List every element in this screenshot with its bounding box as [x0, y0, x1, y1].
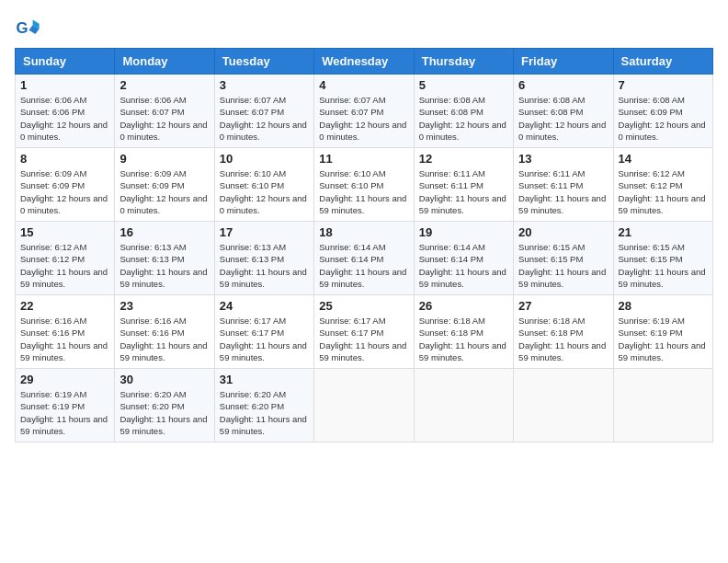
page-header: G: [15, 15, 713, 40]
calendar-cell: 24Sunrise: 6:17 AMSunset: 6:17 PMDayligh…: [214, 295, 313, 369]
day-info: Sunrise: 6:09 AMSunset: 6:09 PMDaylight:…: [119, 167, 209, 216]
calendar-cell: 5Sunrise: 6:08 AMSunset: 6:08 PMDaylight…: [414, 75, 513, 148]
day-info: Sunrise: 6:09 AMSunset: 6:09 PMDaylight:…: [20, 167, 109, 216]
day-number: 11: [319, 152, 408, 166]
calendar-cell: 18Sunrise: 6:14 AMSunset: 6:14 PMDayligh…: [314, 222, 414, 295]
header-wednesday: Wednesday: [314, 49, 414, 75]
calendar-cell: 12Sunrise: 6:11 AMSunset: 6:11 PMDayligh…: [414, 148, 513, 222]
day-number: 26: [419, 299, 508, 313]
calendar-cell: 11Sunrise: 6:10 AMSunset: 6:10 PMDayligh…: [314, 148, 414, 222]
calendar-cell: 13Sunrise: 6:11 AMSunset: 6:11 PMDayligh…: [514, 148, 613, 222]
calendar-cell: 30Sunrise: 6:20 AMSunset: 6:20 PMDayligh…: [115, 369, 214, 442]
day-info: Sunrise: 6:13 AMSunset: 6:13 PMDaylight:…: [119, 241, 209, 290]
day-info: Sunrise: 6:06 AMSunset: 6:07 PMDaylight:…: [119, 94, 209, 143]
day-number: 10: [220, 152, 309, 166]
day-info: Sunrise: 6:08 AMSunset: 6:09 PMDaylight:…: [619, 94, 708, 143]
day-number: 3: [220, 78, 309, 92]
calendar-cell: 3Sunrise: 6:07 AMSunset: 6:07 PMDaylight…: [214, 75, 313, 148]
day-info: Sunrise: 6:20 AMSunset: 6:20 PMDaylight:…: [119, 388, 209, 437]
day-info: Sunrise: 6:08 AMSunset: 6:08 PMDaylight:…: [518, 94, 608, 143]
header-sunday: Sunday: [16, 49, 115, 75]
day-number: 20: [518, 225, 608, 239]
day-number: 18: [319, 225, 408, 239]
calendar-cell: [414, 369, 513, 442]
day-info: Sunrise: 6:14 AMSunset: 6:14 PMDaylight:…: [319, 241, 408, 290]
calendar-cell: 15Sunrise: 6:12 AMSunset: 6:12 PMDayligh…: [16, 222, 115, 295]
day-info: Sunrise: 6:06 AMSunset: 6:06 PMDaylight:…: [20, 94, 109, 143]
day-number: 13: [518, 152, 608, 166]
calendar-cell: 20Sunrise: 6:15 AMSunset: 6:15 PMDayligh…: [514, 222, 613, 295]
day-number: 2: [119, 78, 209, 92]
week-row-3: 22Sunrise: 6:16 AMSunset: 6:16 PMDayligh…: [16, 295, 713, 369]
calendar-cell: 22Sunrise: 6:16 AMSunset: 6:16 PMDayligh…: [16, 295, 115, 369]
day-number: 16: [119, 225, 209, 239]
day-info: Sunrise: 6:16 AMSunset: 6:16 PMDaylight:…: [119, 315, 209, 363]
day-number: 6: [518, 78, 608, 92]
day-number: 1: [20, 78, 109, 92]
day-info: Sunrise: 6:15 AMSunset: 6:15 PMDaylight:…: [518, 241, 608, 290]
calendar-cell: 28Sunrise: 6:19 AMSunset: 6:19 PMDayligh…: [613, 295, 712, 369]
header-friday: Friday: [514, 49, 613, 75]
day-info: Sunrise: 6:07 AMSunset: 6:07 PMDaylight:…: [220, 94, 309, 143]
calendar-header-row: SundayMondayTuesdayWednesdayThursdayFrid…: [16, 49, 713, 75]
calendar-cell: 2Sunrise: 6:06 AMSunset: 6:07 PMDaylight…: [115, 75, 214, 148]
day-info: Sunrise: 6:10 AMSunset: 6:10 PMDaylight:…: [319, 167, 408, 216]
calendar-cell: 6Sunrise: 6:08 AMSunset: 6:08 PMDaylight…: [514, 75, 613, 148]
day-number: 30: [119, 373, 209, 386]
week-row-4: 29Sunrise: 6:19 AMSunset: 6:19 PMDayligh…: [16, 369, 713, 442]
calendar-cell: 16Sunrise: 6:13 AMSunset: 6:13 PMDayligh…: [115, 222, 214, 295]
header-saturday: Saturday: [613, 49, 712, 75]
calendar-cell: 29Sunrise: 6:19 AMSunset: 6:19 PMDayligh…: [16, 369, 115, 442]
calendar-cell: 17Sunrise: 6:13 AMSunset: 6:13 PMDayligh…: [214, 222, 313, 295]
logo: G: [15, 15, 44, 40]
calendar-cell: 10Sunrise: 6:10 AMSunset: 6:10 PMDayligh…: [214, 148, 313, 222]
day-info: Sunrise: 6:18 AMSunset: 6:18 PMDaylight:…: [518, 315, 608, 363]
day-info: Sunrise: 6:07 AMSunset: 6:07 PMDaylight:…: [319, 94, 408, 143]
day-info: Sunrise: 6:10 AMSunset: 6:10 PMDaylight:…: [220, 167, 309, 216]
day-number: 5: [419, 78, 508, 92]
logo-icon: G: [15, 15, 40, 40]
day-number: 12: [419, 152, 508, 166]
day-number: 21: [619, 225, 708, 239]
day-number: 14: [619, 152, 708, 166]
day-info: Sunrise: 6:12 AMSunset: 6:12 PMDaylight:…: [20, 241, 109, 290]
day-info: Sunrise: 6:11 AMSunset: 6:11 PMDaylight:…: [518, 167, 608, 216]
calendar-cell: 31Sunrise: 6:20 AMSunset: 6:20 PMDayligh…: [214, 369, 313, 442]
calendar-cell: 1Sunrise: 6:06 AMSunset: 6:06 PMDaylight…: [16, 75, 115, 148]
week-row-0: 1Sunrise: 6:06 AMSunset: 6:06 PMDaylight…: [16, 75, 713, 148]
calendar-cell: 21Sunrise: 6:15 AMSunset: 6:15 PMDayligh…: [613, 222, 712, 295]
day-info: Sunrise: 6:17 AMSunset: 6:17 PMDaylight:…: [220, 315, 309, 363]
calendar-cell: 9Sunrise: 6:09 AMSunset: 6:09 PMDaylight…: [115, 148, 214, 222]
day-number: 17: [220, 225, 309, 239]
day-number: 31: [220, 373, 309, 386]
calendar-cell: [514, 369, 613, 442]
day-number: 24: [220, 299, 309, 313]
day-info: Sunrise: 6:20 AMSunset: 6:20 PMDaylight:…: [220, 388, 309, 437]
calendar-cell: 25Sunrise: 6:17 AMSunset: 6:17 PMDayligh…: [314, 295, 414, 369]
header-monday: Monday: [115, 49, 214, 75]
day-number: 4: [319, 78, 408, 92]
calendar: SundayMondayTuesdayWednesdayThursdayFrid…: [15, 48, 713, 442]
day-info: Sunrise: 6:08 AMSunset: 6:08 PMDaylight:…: [419, 94, 508, 143]
day-number: 8: [20, 152, 109, 166]
day-number: 22: [20, 299, 109, 313]
calendar-cell: 7Sunrise: 6:08 AMSunset: 6:09 PMDaylight…: [613, 75, 712, 148]
day-info: Sunrise: 6:11 AMSunset: 6:11 PMDaylight:…: [419, 167, 508, 216]
day-number: 25: [319, 299, 408, 313]
calendar-cell: [613, 369, 712, 442]
day-number: 29: [20, 373, 109, 386]
calendar-cell: 14Sunrise: 6:12 AMSunset: 6:12 PMDayligh…: [613, 148, 712, 222]
calendar-cell: 23Sunrise: 6:16 AMSunset: 6:16 PMDayligh…: [115, 295, 214, 369]
calendar-cell: 27Sunrise: 6:18 AMSunset: 6:18 PMDayligh…: [514, 295, 613, 369]
day-info: Sunrise: 6:17 AMSunset: 6:17 PMDaylight:…: [319, 315, 408, 363]
day-info: Sunrise: 6:13 AMSunset: 6:13 PMDaylight:…: [220, 241, 309, 290]
svg-text:G: G: [16, 19, 28, 37]
day-number: 9: [119, 152, 209, 166]
day-info: Sunrise: 6:15 AMSunset: 6:15 PMDaylight:…: [619, 241, 708, 290]
day-number: 15: [20, 225, 109, 239]
calendar-cell: 19Sunrise: 6:14 AMSunset: 6:14 PMDayligh…: [414, 222, 513, 295]
header-tuesday: Tuesday: [214, 49, 313, 75]
header-thursday: Thursday: [414, 49, 513, 75]
calendar-cell: [314, 369, 414, 442]
day-number: 28: [619, 299, 708, 313]
